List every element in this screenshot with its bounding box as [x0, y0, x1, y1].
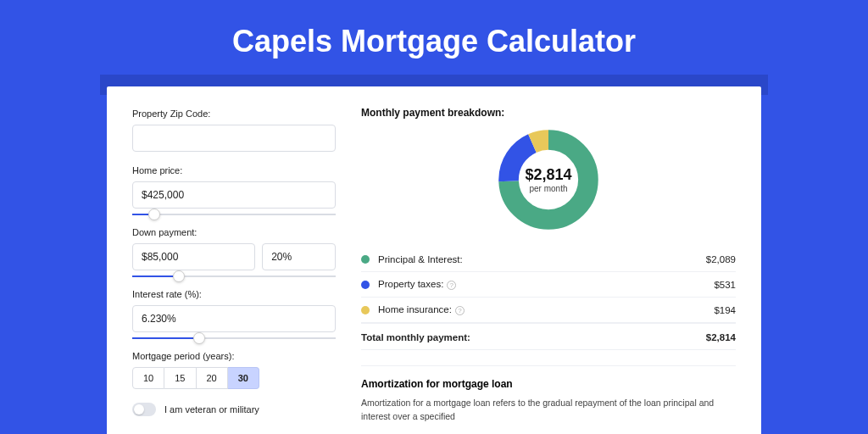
period-group: 10 15 20 30	[132, 367, 336, 389]
amortization-title: Amortization for mortgage loan	[361, 378, 736, 390]
interest-slider[interactable]	[132, 337, 336, 339]
breakdown-value: $2,089	[706, 254, 736, 264]
breakdown-value: $531	[714, 280, 736, 290]
total-label: Total monthly payment:	[361, 332, 706, 342]
donut-chart: $2,814 per month	[361, 127, 736, 232]
calculator-card: Property Zip Code: Home price: Down paym…	[107, 86, 761, 434]
dot-insurance-icon	[361, 306, 370, 314]
dot-taxes-icon	[361, 281, 370, 289]
interest-input[interactable]	[132, 305, 336, 332]
breakdown-label: Property taxes:?	[378, 279, 714, 290]
info-icon[interactable]: ?	[447, 281, 456, 290]
amortization-text: Amortization for a mortgage loan refers …	[361, 397, 736, 424]
zip-label: Property Zip Code:	[132, 108, 336, 119]
veteran-label: I am veteran or military	[164, 404, 259, 415]
breakdown-column: Monthly payment breakdown: $2,814 per mo…	[361, 107, 736, 424]
veteran-toggle[interactable]	[132, 403, 156, 416]
info-icon[interactable]: ?	[455, 306, 465, 315]
down-payment-pct-input[interactable]	[262, 243, 336, 270]
form-column: Property Zip Code: Home price: Down paym…	[132, 107, 336, 424]
donut-center-value: $2,814	[525, 166, 571, 184]
breakdown-label: Home insurance:?	[378, 304, 714, 315]
period-30-button[interactable]: 30	[228, 367, 259, 389]
divider	[361, 365, 736, 366]
home-price-slider[interactable]	[132, 214, 336, 215]
breakdown-row-insurance: Home insurance:? $194	[361, 298, 736, 323]
period-10-button[interactable]: 10	[132, 367, 164, 389]
breakdown-row-taxes: Property taxes:? $531	[361, 272, 736, 298]
breakdown-row-principal: Principal & Interest: $2,089	[361, 248, 736, 272]
down-payment-input[interactable]	[132, 243, 255, 270]
down-payment-label: Down payment:	[132, 227, 336, 237]
period-label: Mortgage period (years):	[132, 351, 336, 361]
page-header: Capels Mortgage Calculator	[0, 0, 868, 75]
breakdown-value: $194	[714, 305, 736, 315]
dot-principal-icon	[361, 255, 370, 264]
home-price-input[interactable]	[132, 181, 336, 209]
donut-center-sub: per month	[529, 184, 567, 193]
total-value: $2,814	[706, 332, 736, 342]
breakdown-label: Principal & Interest:	[378, 254, 706, 264]
zip-input[interactable]	[132, 125, 336, 152]
down-payment-slider[interactable]	[132, 275, 336, 277]
interest-label: Interest rate (%):	[132, 289, 336, 299]
breakdown-title: Monthly payment breakdown:	[361, 107, 736, 119]
home-price-label: Home price:	[132, 165, 336, 175]
period-20-button[interactable]: 20	[197, 367, 228, 389]
period-15-button[interactable]: 15	[164, 367, 196, 389]
breakdown-row-total: Total monthly payment: $2,814	[361, 323, 736, 350]
page-title: Capels Mortgage Calculator	[0, 24, 868, 59]
